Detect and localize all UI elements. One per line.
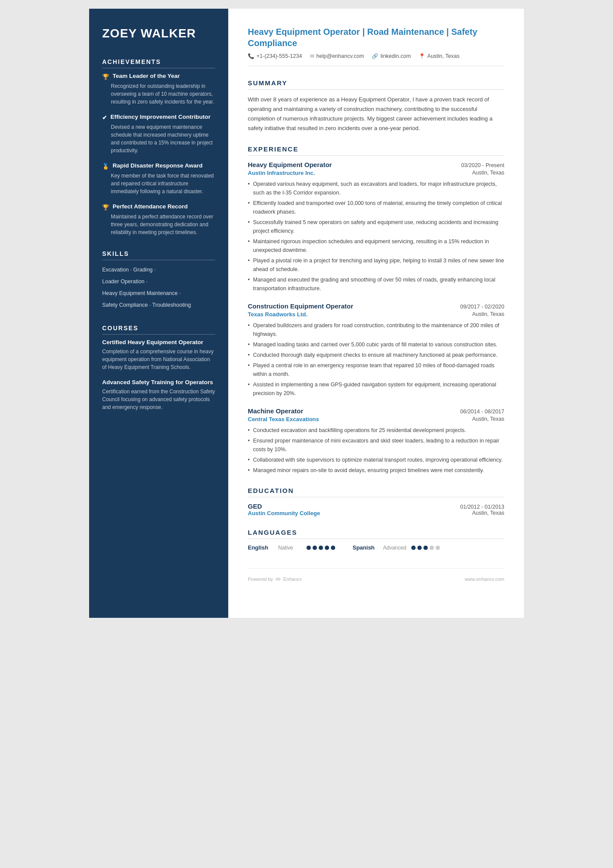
- dot-en-1: [306, 546, 311, 550]
- achievement-title-3: 🏅 Rapid Disaster Response Award: [102, 162, 215, 170]
- phone-icon: 📞: [248, 53, 254, 59]
- courses-title: COURSES: [102, 325, 215, 335]
- experience-section: EXPERIENCE Heavy Equipment Operator 03/2…: [248, 145, 504, 475]
- dot-en-4: [325, 546, 329, 550]
- checkmark-icon: ✔: [102, 114, 107, 121]
- candidate-name: ZOEY WALKER: [102, 26, 215, 41]
- lang-level-english: Native: [278, 545, 302, 551]
- bullet-2-3: Conducted thorough daily equipment check…: [248, 351, 504, 359]
- job-title-3: Machine Operator: [248, 407, 303, 415]
- brand-name: Enhancv: [283, 576, 302, 582]
- course-desc-2: Certification earned from the Constructi…: [102, 388, 215, 411]
- location-icon: 📍: [419, 53, 425, 59]
- linkedin-contact: 🔗 linkedin.com: [372, 53, 410, 59]
- achievements-title: ACHIEVEMENTS: [102, 58, 215, 68]
- footer: Powered by ∞ Enhancv www.enhancv.com: [248, 568, 504, 583]
- skills-list: Excavation · Grading · Loader Operation …: [102, 265, 215, 311]
- dot-es-2: [417, 546, 422, 550]
- bullet-1-1: Operated various heavy equipment, such a…: [248, 180, 504, 197]
- summary-title: SUMMARY: [248, 79, 504, 90]
- lang-name-english: English: [248, 544, 274, 551]
- bullet-1-2: Efficiently loaded and transported over …: [248, 199, 504, 216]
- job-company-1: Austin Infrastructure Inc.: [248, 170, 315, 176]
- footer-left: Powered by ∞ Enhancv: [248, 575, 302, 583]
- dot-es-3: [423, 546, 428, 550]
- bullet-2-4: Played a central role in an emergency re…: [248, 361, 504, 379]
- job-bullets-2: Operated bulldozers and graders for road…: [248, 321, 504, 398]
- achievement-desc-4: Maintained a perfect attendance record o…: [102, 213, 215, 236]
- job-bullets-1: Operated various heavy equipment, such a…: [248, 180, 504, 293]
- brand-logo-icon: ∞: [276, 575, 280, 583]
- language-item-english: English Native: [248, 544, 335, 551]
- achievement-item-1: 🏆 Team Leader of the Year Recognized for…: [102, 73, 215, 106]
- achievements-section: ACHIEVEMENTS 🏆 Team Leader of the Year R…: [102, 58, 215, 236]
- summary-section: SUMMARY With over 8 years of experience …: [248, 79, 504, 133]
- sidebar: ZOEY WALKER ACHIEVEMENTS 🏆 Team Leader o…: [89, 9, 228, 618]
- education-title: EDUCATION: [248, 487, 504, 497]
- email-contact: ✉ help@enhancv.com: [310, 53, 364, 59]
- email-icon: ✉: [310, 53, 314, 59]
- bullet-2-5: Assisted in implementing a new GPS-guide…: [248, 380, 504, 398]
- medal-icon: 🏅: [102, 163, 109, 170]
- bullet-2-1: Operated bulldozers and graders for road…: [248, 321, 504, 338]
- achievement-item-2: ✔ Efficiency Improvement Contributor Dev…: [102, 114, 215, 154]
- bullet-1-5: Played a pivotal role in a project for t…: [248, 256, 504, 274]
- achievement-item-3: 🏅 Rapid Disaster Response Award Key memb…: [102, 162, 215, 195]
- language-item-spanish: Spanish Advanced: [353, 544, 440, 551]
- powered-by-text: Powered by: [248, 576, 273, 582]
- job-item-2: Construction Equipment Operator 09/2017 …: [248, 302, 504, 398]
- phone-contact: 📞 +1-(234)-555-1234: [248, 53, 302, 59]
- dot-es-4: [430, 546, 434, 550]
- achievement-desc-2: Devised a new equipment maintenance sche…: [102, 123, 215, 154]
- skill-item-3: Heavy Equipment Maintenance ·: [102, 288, 215, 299]
- course-desc-1: Completion of a comprehensive course in …: [102, 348, 215, 371]
- skill-item-1: Excavation · Grading ·: [102, 265, 215, 275]
- dot-en-5: [331, 546, 335, 550]
- job-company-2: Texas Roadworks Ltd.: [248, 311, 307, 318]
- achievement-desc-3: Key member of the task force that renova…: [102, 172, 215, 195]
- bullet-3-4: Managed minor repairs on-site to avoid d…: [248, 466, 504, 475]
- job-date-1: 03/2020 - Present: [461, 162, 504, 168]
- languages-title: LANGUAGES: [248, 529, 504, 539]
- lang-level-spanish: Advanced: [383, 545, 407, 551]
- bullet-1-3: Successfully trained 5 new operators on …: [248, 218, 504, 235]
- job-location-1: Austin, Texas: [472, 170, 504, 176]
- skills-title: SKILLS: [102, 250, 215, 260]
- languages-row: English Native Spanish Advanced: [248, 544, 504, 551]
- bullet-1-4: Maintained rigorous inspection schedules…: [248, 237, 504, 255]
- bullet-1-6: Managed and executed the grading and smo…: [248, 275, 504, 293]
- trophy-icon-1: 🏆: [102, 74, 109, 80]
- edu-degree-1: GED: [248, 503, 262, 510]
- course-item-1: Certified Heavy Equipment Operator Compl…: [102, 339, 215, 371]
- bullet-3-1: Conducted excavation and backfilling ope…: [248, 426, 504, 435]
- achievement-title-1: 🏆 Team Leader of the Year: [102, 73, 215, 80]
- edu-date-1: 01/2012 - 01/2013: [460, 504, 504, 510]
- lang-dots-spanish: [411, 546, 440, 550]
- education-item-1: GED 01/2012 - 01/2013 Austin Community C…: [248, 503, 504, 516]
- languages-section: LANGUAGES English Native Spanish Advanc: [248, 529, 504, 551]
- achievement-title-4: 🏆 Perfect Attendance Record: [102, 203, 215, 211]
- location-contact: 📍 Austin, Texas: [419, 53, 460, 59]
- job-location-2: Austin, Texas: [472, 311, 504, 318]
- bullet-3-2: Ensured proper maintenance of mini excav…: [248, 436, 504, 454]
- lang-name-spanish: Spanish: [353, 544, 379, 551]
- job-date-3: 06/2014 - 08/2017: [460, 409, 504, 415]
- edu-institution-1: Austin Community College: [248, 510, 320, 516]
- job-title: Heavy Equipment Operator | Road Maintena…: [248, 26, 504, 49]
- job-company-3: Central Texas Excavations: [248, 416, 319, 422]
- edu-location-1: Austin, Texas: [472, 510, 504, 516]
- course-title-2: Advanced Safety Training for Operators: [102, 379, 215, 385]
- lang-dots-english: [306, 546, 335, 550]
- experience-title: EXPERIENCE: [248, 145, 504, 156]
- summary-text: With over 8 years of experience as a Hea…: [248, 95, 504, 133]
- job-item-1: Heavy Equipment Operator 03/2020 - Prese…: [248, 161, 504, 293]
- job-bullets-3: Conducted excavation and backfilling ope…: [248, 426, 504, 475]
- course-title-1: Certified Heavy Equipment Operator: [102, 339, 215, 345]
- course-item-2: Advanced Safety Training for Operators C…: [102, 379, 215, 411]
- trophy-icon-2: 🏆: [102, 204, 109, 211]
- dot-es-1: [411, 546, 416, 550]
- job-location-3: Austin, Texas: [472, 416, 504, 422]
- footer-website: www.enhancv.com: [465, 576, 504, 582]
- job-date-2: 09/2017 - 02/2020: [460, 304, 504, 310]
- achievement-item-4: 🏆 Perfect Attendance Record Maintained a…: [102, 203, 215, 236]
